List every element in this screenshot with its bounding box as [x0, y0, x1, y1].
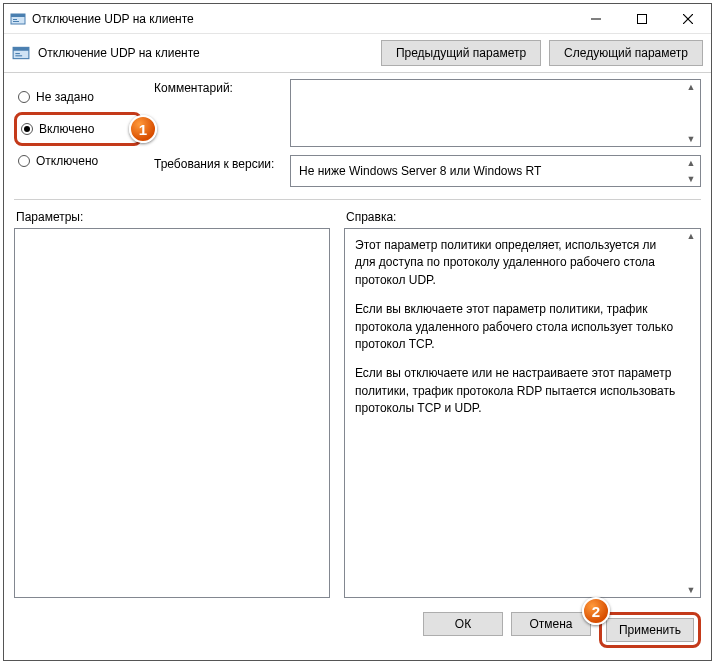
radio-enabled[interactable]: Включено — [21, 117, 94, 141]
requirements-value: Не ниже Windows Server 8 или Windows RT — [299, 164, 541, 178]
next-setting-button[interactable]: Следующий параметр — [549, 40, 703, 66]
annotation-highlight-2: 2 Применить — [599, 612, 701, 648]
svg-rect-9 — [13, 47, 29, 50]
minimize-button[interactable] — [573, 4, 619, 34]
radio-icon — [21, 123, 33, 135]
requirements-field: Не ниже Windows Server 8 или Windows RT … — [290, 155, 701, 187]
dialog-footer: ОК Отмена 2 Применить — [4, 602, 711, 660]
ok-button[interactable]: ОК — [423, 612, 503, 636]
state-radio-group: Не задано Включено 1 Отключено — [14, 79, 142, 187]
close-button[interactable] — [665, 4, 711, 34]
svg-rect-5 — [638, 14, 647, 23]
radio-label: Не задано — [36, 90, 94, 104]
svg-rect-3 — [13, 21, 19, 22]
radio-not-configured[interactable]: Не задано — [14, 85, 142, 109]
svg-rect-2 — [13, 19, 17, 20]
previous-setting-button[interactable]: Предыдущий параметр — [381, 40, 541, 66]
annotation-highlight-1: Включено 1 — [14, 112, 142, 146]
titlebar: Отключение UDP на клиенте — [4, 4, 711, 34]
options-panel — [14, 228, 330, 598]
cancel-button[interactable]: Отмена — [511, 612, 591, 636]
annotation-badge-1: 1 — [129, 115, 157, 143]
requirements-label: Требования к версии: — [154, 155, 282, 171]
help-paragraph: Если вы включаете этот параметр политики… — [355, 301, 680, 353]
help-label: Справка: — [344, 206, 701, 228]
scroll-up-icon[interactable]: ▲ — [684, 231, 698, 241]
radio-disabled[interactable]: Отключено — [14, 149, 142, 173]
svg-rect-10 — [15, 53, 20, 54]
window-title: Отключение UDP на клиенте — [32, 12, 194, 26]
help-paragraph: Если вы отключаете или не настраиваете э… — [355, 365, 680, 417]
scroll-down-icon[interactable]: ▼ — [684, 174, 698, 184]
scroll-down-icon[interactable]: ▼ — [684, 585, 698, 595]
svg-rect-1 — [11, 14, 25, 17]
radio-icon — [18, 155, 30, 167]
radio-label: Отключено — [36, 154, 98, 168]
help-panel: Этот параметр политики определяет, испол… — [344, 228, 701, 598]
help-paragraph: Этот параметр политики определяет, испол… — [355, 237, 680, 289]
window-controls — [573, 4, 711, 34]
radio-label: Включено — [39, 122, 94, 136]
radio-icon — [18, 91, 30, 103]
toolbar: Отключение UDP на клиенте Предыдущий пар… — [4, 34, 711, 72]
apply-button[interactable]: Применить — [606, 618, 694, 642]
annotation-badge-2: 2 — [582, 597, 610, 625]
scroll-down-icon[interactable]: ▼ — [684, 134, 698, 144]
maximize-button[interactable] — [619, 4, 665, 34]
svg-rect-11 — [15, 55, 22, 56]
options-label: Параметры: — [14, 206, 330, 228]
app-icon — [10, 11, 26, 27]
scroll-up-icon[interactable]: ▲ — [684, 82, 698, 92]
comment-label: Комментарий: — [154, 79, 282, 95]
scroll-up-icon[interactable]: ▲ — [684, 158, 698, 168]
policy-icon — [12, 44, 30, 62]
dialog-window: Отключение UDP на клиенте Отключение UDP… — [3, 3, 712, 661]
policy-title: Отключение UDP на клиенте — [38, 46, 200, 60]
comment-field[interactable]: ▲ ▼ — [290, 79, 701, 147]
content-area: Не задано Включено 1 Отключено Комментар… — [4, 73, 711, 602]
